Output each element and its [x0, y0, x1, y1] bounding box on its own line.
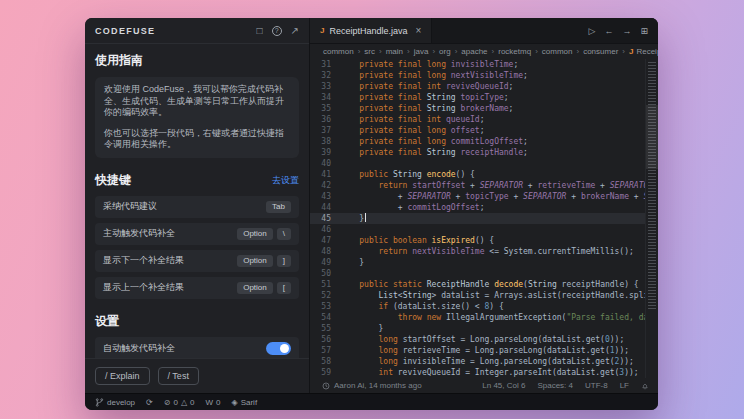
breadcrumb-item[interactable]: JReceiptHandle — [629, 47, 658, 56]
code-line[interactable]: 42 return startOffset + SEPARATOR + retr… — [310, 180, 645, 191]
minimap[interactable] — [645, 59, 658, 378]
code-token: nextVisibleTime — [412, 247, 484, 256]
code-line[interactable]: 52 List<String> dataList = Arrays.asList… — [310, 290, 645, 301]
code-line[interactable]: 49 } — [310, 257, 645, 268]
breadcrumb-separator-icon: › — [622, 47, 625, 56]
go-to-settings-link[interactable]: 去设置 — [272, 174, 299, 187]
auto-trigger-toggle[interactable] — [266, 342, 291, 355]
code-text: return nextVisibleTime <= System.current… — [340, 246, 645, 257]
problems-indicator[interactable]: ⊘ 0 △ 0 — [164, 398, 195, 407]
quick-command-button[interactable]: / Test — [158, 367, 199, 385]
code-token: long — [379, 335, 403, 344]
breadcrumb-item[interactable]: consumer — [583, 47, 618, 56]
code-line[interactable]: 48 return nextVisibleTime <= System.curr… — [310, 246, 645, 257]
code-token — [340, 291, 379, 300]
code-text: long retrieveTime = Long.parseLong(dataL… — [340, 345, 645, 356]
tab-receipthandle-java[interactable]: J ReceiptHandle.java × — [310, 18, 432, 43]
quick-command-button[interactable]: / Explain — [95, 367, 150, 385]
code-token: if — [379, 302, 393, 311]
breadcrumb-item[interactable]: rocketmq — [498, 47, 531, 56]
open-external-icon[interactable]: ↗ — [291, 26, 299, 36]
breadcrumb-item[interactable]: common — [542, 47, 573, 56]
code-line[interactable]: 34 private final String topicType; — [310, 92, 645, 103]
line-number: 57 — [310, 345, 340, 356]
code-token — [340, 93, 359, 102]
code-token: )); — [619, 357, 633, 366]
w-indicator[interactable]: W 0 — [206, 398, 221, 407]
code-text: List<String> dataList = Arrays.asList(re… — [340, 290, 645, 301]
cursor-position[interactable]: Ln 45, Col 6 — [482, 381, 525, 390]
code-line[interactable]: 53 if (dataList.size() < 8) { — [310, 301, 645, 312]
code-token — [340, 368, 379, 377]
code-line[interactable]: 32 private final long nextVisibleTime; — [310, 70, 645, 81]
breadcrumb-item[interactable]: src — [364, 47, 375, 56]
line-number: 55 — [310, 323, 340, 334]
code-token: SEPARATOR — [407, 192, 450, 201]
error-icon: ⊘ — [164, 398, 171, 407]
plugin-box-icon[interactable]: □ — [257, 26, 263, 36]
code-line[interactable]: 55 } — [310, 323, 645, 334]
scrollbar-thumb[interactable] — [646, 105, 658, 169]
auto-trigger-label: 自动触发代码补全 — [103, 342, 175, 355]
code-line[interactable]: 51 public static ReceiptHandle decode(St… — [310, 279, 645, 290]
code-line[interactable]: 59 int reviveQueueId = Integer.parseInt(… — [310, 367, 645, 378]
code-text: public boolean isExpired() { — [340, 235, 645, 246]
help-icon[interactable]: ? — [272, 26, 282, 36]
code-text: } — [340, 323, 645, 334]
code-line[interactable]: 45 } — [310, 213, 645, 224]
code-line[interactable]: 44 + commitLogOffset; — [310, 202, 645, 213]
code-token: } — [340, 258, 364, 267]
code-line[interactable]: 38 private final long commitLogOffset; — [310, 136, 645, 147]
code-token — [340, 60, 359, 69]
code-line[interactable]: 58 long invisibleTime = Long.parseLong(d… — [310, 356, 645, 367]
code-line[interactable]: 54 throw new IllegalArgumentException("P… — [310, 312, 645, 323]
code-line[interactable]: 41 public String encode() { — [310, 169, 645, 180]
breadcrumb-item[interactable]: java — [414, 47, 429, 56]
welcome-card: 欢迎使用 CodeFuse，我可以帮你完成代码补全、生成代码、生成单测等日常工作… — [95, 77, 299, 158]
breadcrumb-label: consumer — [583, 47, 618, 56]
sarif-status[interactable]: ◈ Sarif — [232, 398, 258, 407]
breadcrumb-item[interactable]: org — [439, 47, 451, 56]
nav-forward-icon[interactable]: → — [622, 26, 631, 36]
code-line[interactable]: 31 private final long invisibleTime; — [310, 59, 645, 70]
code-line[interactable]: 50 — [310, 268, 645, 279]
code-line[interactable]: 36 private final int queueId; — [310, 114, 645, 125]
code-line[interactable]: 43 + SEPARATOR + topicType + SEPARATOR +… — [310, 191, 645, 202]
git-blame-text: Aaron Ai, 14 months ago — [334, 381, 422, 390]
code-line[interactable]: 57 long retrieveTime = Long.parseLong(da… — [310, 345, 645, 356]
code-token: private final — [359, 104, 426, 113]
code-line[interactable]: 40 — [310, 158, 645, 169]
code-line[interactable]: 33 private final int reviveQueueId; — [310, 81, 645, 92]
breadcrumb-item[interactable]: apache — [461, 47, 487, 56]
code-lines[interactable]: 31 private final long invisibleTime;32 p… — [310, 59, 645, 378]
code-token: private final long — [359, 60, 451, 69]
code-line[interactable]: 47 public boolean isExpired() { — [310, 235, 645, 246]
line-number: 31 — [310, 59, 340, 70]
git-branch[interactable]: develop — [95, 398, 135, 407]
run-icon[interactable]: ▷ — [589, 26, 596, 36]
ide-window: CODEFUSE □ ? ↗ 使用指南 欢迎使用 CodeFuse，我可以帮你完… — [85, 18, 658, 410]
sync-icon[interactable]: ⟳ — [146, 398, 153, 407]
split-editor-icon[interactable]: ⊞ — [640, 26, 648, 36]
toggle-knob — [280, 344, 289, 353]
main-area: CODEFUSE □ ? ↗ 使用指南 欢迎使用 CodeFuse，我可以帮你完… — [85, 18, 658, 393]
breadcrumb-item[interactable]: main — [386, 47, 403, 56]
code-text: } — [340, 257, 645, 268]
code-line[interactable]: 46 — [310, 224, 645, 235]
notifications-bell-icon[interactable] — [641, 382, 649, 390]
eol-setting[interactable]: LF — [620, 381, 629, 390]
tab-close-icon[interactable]: × — [416, 25, 422, 36]
code-line[interactable]: 35 private final String brokerName; — [310, 103, 645, 114]
code-line[interactable]: 39 private final String receiptHandle; — [310, 147, 645, 158]
code-token: reviveQueueId — [446, 82, 509, 91]
code-token: reviveQueueId = Integer.parseInt(dataLis… — [398, 368, 620, 377]
code-line[interactable]: 37 private final long offset; — [310, 125, 645, 136]
nav-back-icon[interactable]: ← — [604, 26, 613, 36]
indent-setting[interactable]: Spaces: 4 — [537, 381, 573, 390]
breadcrumb-item[interactable]: common — [323, 47, 354, 56]
code-token: nextVisibleTime — [451, 71, 523, 80]
encoding-setting[interactable]: UTF-8 — [585, 381, 608, 390]
editor-status-row: Aaron Ai, 14 months ago Ln 45, Col 6 Spa… — [310, 378, 658, 393]
code-line[interactable]: 56 long startOffset = Long.parseLong(dat… — [310, 334, 645, 345]
key-badge: \ — [277, 228, 291, 240]
